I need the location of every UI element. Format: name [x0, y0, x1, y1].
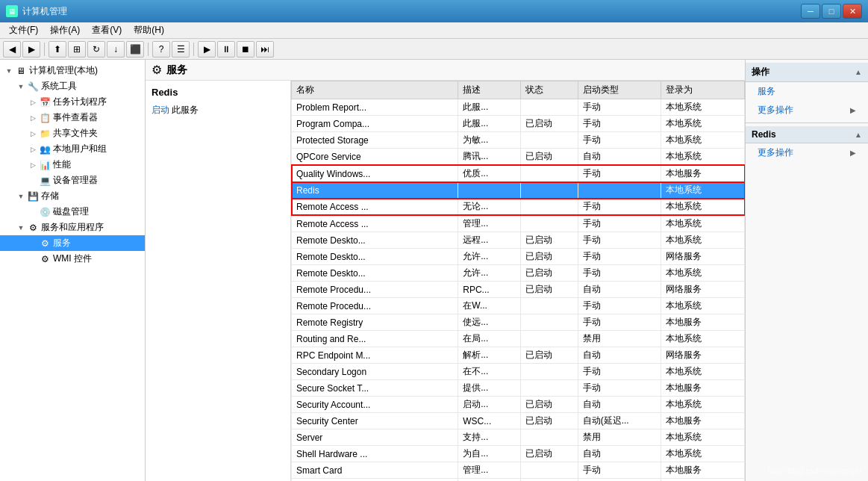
window-controls: ─ □ ✕ [801, 4, 862, 19]
table-cell: 远程... [458, 232, 521, 249]
forward-button[interactable]: ▶ [22, 41, 40, 58]
services-table-area[interactable]: 名称 描述 状态 启动类型 登录为 Problem Report...此服...… [291, 81, 745, 481]
table-row[interactable]: Smart Card管理...手动本地服务 [292, 462, 745, 479]
table-cell [520, 380, 578, 397]
tree-root[interactable]: ▼ 🖥 计算机管理(本地) [0, 63, 145, 78]
menu-view[interactable]: 查看(V) [86, 22, 128, 38]
table-cell: 网络服务 [661, 282, 745, 298]
table-row[interactable]: Secondary Logon在不...手动本地系统 [292, 364, 745, 380]
menu-action[interactable]: 操作(A) [44, 22, 86, 38]
ops-more-label1: 更多操作 [758, 104, 793, 117]
col-desc[interactable]: 描述 [458, 81, 521, 99]
col-status[interactable]: 状态 [520, 81, 578, 99]
tree-disk-mgmt[interactable]: 💿 磁盘管理 [0, 204, 145, 220]
list-button[interactable]: ☰ [172, 41, 190, 58]
start-service-link[interactable]: 启动 [152, 105, 169, 115]
show-hide-button[interactable]: ⊞ [68, 41, 86, 58]
tree-services[interactable]: ⚙ 服务 [0, 235, 145, 251]
table-cell: Secondary Logon [292, 364, 458, 380]
table-cell: 已启动 [520, 232, 578, 249]
table-cell [520, 99, 578, 116]
table-row[interactable]: Quality Windows...优质...手动本地服务 [292, 165, 745, 182]
tree-task-scheduler[interactable]: ▷ 📅 任务计划程序 [0, 94, 145, 110]
table-row[interactable]: Shell Hardware ...为自...已启动自动本地系统 [292, 446, 745, 462]
table-row[interactable]: Routing and Re...在局...禁用本地系统 [292, 331, 745, 347]
tree-disk-icon: 💿 [39, 206, 51, 218]
table-row[interactable]: Secure Socket T...提供...手动本地服务 [292, 380, 745, 397]
table-row[interactable]: Remote Registry使远...手动本地服务 [292, 314, 745, 331]
ops-section1-arrow: ▲ [855, 68, 862, 76]
tree-system-tools[interactable]: ▼ 🔧 系统工具 [0, 78, 145, 94]
tree-wmi[interactable]: ⚙ WMI 控件 [0, 251, 145, 267]
ops-section1-title[interactable]: 操作 ▲ [746, 63, 868, 82]
refresh-button[interactable]: ↻ [87, 41, 105, 58]
pause-button[interactable]: ⏸ [217, 41, 235, 58]
tree-expand-storage: ▼ [15, 190, 27, 202]
table-cell: RPC Endpoint M... [292, 347, 458, 364]
next-button[interactable]: ⏭ [256, 41, 274, 58]
tree-services-apps[interactable]: ▼ ⚙ 服务和应用程序 [0, 220, 145, 235]
ops-section1-label: 操作 [752, 66, 769, 78]
table-row[interactable]: RPC Endpoint M...解析...已启动自动网络服务 [292, 347, 745, 364]
ops-more-actions1[interactable]: 更多操作 ▶ [746, 101, 868, 120]
table-row[interactable]: Server支持...禁用本地系统 [292, 429, 745, 446]
table-cell: 手动 [578, 249, 661, 265]
stop-button[interactable]: ⏹ [237, 41, 255, 58]
maximize-button[interactable]: □ [822, 4, 841, 19]
menu-file[interactable]: 文件(F) [3, 22, 44, 38]
tree-shared-folders[interactable]: ▷ 📁 共享文件夹 [0, 125, 145, 141]
export-button[interactable]: ↓ [107, 41, 125, 58]
menu-help[interactable]: 帮助(H) [128, 22, 170, 38]
tree-expand-event: ▷ [27, 112, 39, 124]
ops-section2-title[interactable]: Redis ▲ [746, 126, 868, 143]
table-cell: 本地服务 [661, 314, 745, 331]
minimize-button[interactable]: ─ [801, 4, 820, 19]
table-cell: 本地系统 [661, 99, 745, 116]
tree-svc-apps-icon: ⚙ [27, 222, 39, 234]
table-cell: 本地服务 [661, 462, 745, 479]
tree-event-viewer[interactable]: ▷ 📋 事件查看器 [0, 110, 145, 125]
table-cell: Quality Windows... [292, 165, 458, 182]
tree-wmi-icon: ⚙ [39, 253, 51, 265]
table-cell: Program Compa... [292, 116, 458, 132]
table-row[interactable]: Remote Procedu...RPC...已启动自动网络服务 [292, 282, 745, 298]
tree-device-manager[interactable]: 💻 设备管理器 [0, 173, 145, 188]
back-button[interactable]: ◀ [3, 41, 21, 58]
close-button[interactable]: ✕ [843, 4, 862, 19]
table-cell: 本地系统 [661, 232, 745, 249]
table-cell: 本地系统 [661, 182, 745, 199]
table-row[interactable]: Remote Procedu...在W...手动本地系统 [292, 298, 745, 314]
table-row[interactable]: Remote Access ...管理...手动本地系统 [292, 215, 745, 232]
ops-more-actions2[interactable]: 更多操作 ▶ [746, 143, 868, 162]
table-cell: Shell Hardware ... [292, 446, 458, 462]
play-button[interactable]: ▶ [198, 41, 216, 58]
col-name[interactable]: 名称 [292, 81, 458, 99]
table-row[interactable]: Security Account...启动...已启动自动本地系统 [292, 397, 745, 413]
table-row[interactable]: Security CenterWSC...已启动自动(延迟...本地服务 [292, 413, 745, 429]
table-cell [520, 331, 578, 347]
table-cell: 腾讯... [458, 149, 521, 166]
table-row[interactable]: Smart Card Rem... [292, 479, 745, 482]
table-row[interactable]: Remote Desktо...允许...已启动手动本地系统 [292, 265, 745, 282]
tree-local-users[interactable]: ▷ 👥 本地用户和组 [0, 141, 145, 157]
table-row[interactable]: Redis本地系统 [292, 182, 745, 199]
table-cell: 本地服务 [661, 413, 745, 429]
table-row[interactable]: QPCore Service腾讯...已启动自动本地系统 [292, 149, 745, 166]
ops-services-item[interactable]: 服务 [746, 82, 868, 101]
tree-performance[interactable]: ▷ 📊 性能 [0, 157, 145, 173]
table-row[interactable]: Remote Desktо...允许...已启动手动网络服务 [292, 249, 745, 265]
up-button[interactable]: ⬆ [49, 41, 66, 58]
table-row[interactable]: Protected Storage为敏...手动本地系统 [292, 132, 745, 149]
tree-storage[interactable]: ▼ 💾 存储 [0, 188, 145, 204]
map-button[interactable]: ⬛ [126, 41, 144, 58]
tree-expand-sys: ▼ [15, 81, 27, 93]
table-row[interactable]: Remote Desktо...远程...已启动手动本地系统 [292, 232, 745, 249]
table-row[interactable]: Program Compa...此服...已启动手动本地系统 [292, 116, 745, 132]
tree-expand-wmi [27, 253, 39, 265]
table-row[interactable]: Problem Report...此服...手动本地系统 [292, 99, 745, 116]
table-row[interactable]: Remote Access ...无论...手动本地系统 [292, 199, 745, 216]
help-button[interactable]: ? [152, 41, 170, 58]
col-login[interactable]: 登录为 [661, 81, 745, 99]
col-start[interactable]: 启动类型 [578, 81, 661, 99]
table-cell [520, 132, 578, 149]
